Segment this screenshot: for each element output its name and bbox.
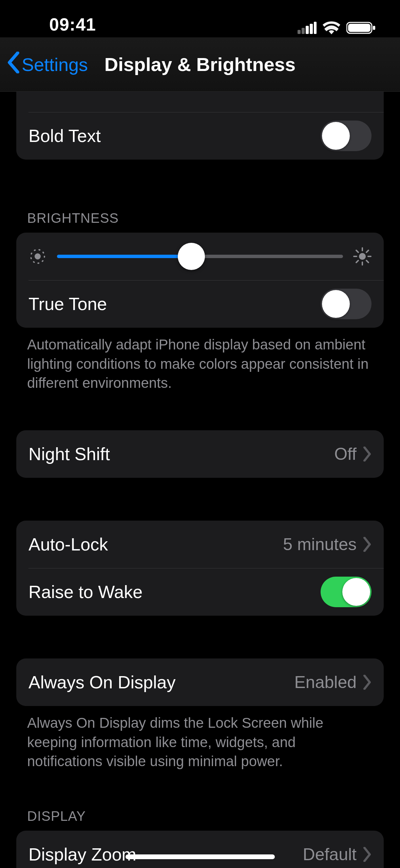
brightness-header: BRIGHTNESS <box>16 211 384 233</box>
auto-lock-row[interactable]: Auto-Lock 5 minutes <box>16 521 384 568</box>
svg-point-10 <box>359 253 366 260</box>
svg-rect-3 <box>310 24 313 34</box>
night-shift-group: Night Shift Off <box>16 430 384 478</box>
true-tone-row[interactable]: True Tone <box>16 280 384 328</box>
text-group: Bold Text <box>16 92 384 160</box>
svg-line-15 <box>356 250 358 252</box>
svg-line-16 <box>366 260 368 263</box>
battery-icon <box>346 21 376 35</box>
chevron-right-icon <box>363 537 372 552</box>
chevron-right-icon <box>363 675 372 690</box>
status-indicators <box>298 21 376 35</box>
always-on-label: Always On Display <box>28 672 294 692</box>
brightness-slider-row[interactable] <box>16 233 384 280</box>
auto-lock-label: Auto-Lock <box>28 534 283 555</box>
always-on-group: Always On Display Enabled <box>16 658 384 706</box>
bold-text-toggle[interactable] <box>321 121 372 151</box>
svg-rect-0 <box>298 30 301 34</box>
status-time: 09:41 <box>49 14 96 35</box>
cellular-icon <box>298 22 317 34</box>
nav-bar: Settings Display & Brightness <box>0 37 400 92</box>
hidden-row[interactable] <box>16 92 384 112</box>
status-bar: 09:41 <box>0 0 400 37</box>
svg-rect-6 <box>348 24 370 32</box>
night-shift-value: Off <box>334 444 357 464</box>
chevron-right-icon <box>363 447 372 462</box>
brightness-group: True Tone <box>16 233 384 328</box>
chevron-right-icon <box>363 847 372 862</box>
display-zoom-row[interactable]: Display Zoom Default <box>16 831 384 868</box>
svg-rect-2 <box>306 26 309 34</box>
auto-lock-value: 5 minutes <box>283 535 357 554</box>
always-on-footer: Always On Display dims the Lock Screen w… <box>16 706 384 771</box>
night-shift-label: Night Shift <box>28 444 334 464</box>
display-zoom-value: Default <box>303 845 357 864</box>
display-header: DISPLAY <box>16 809 384 831</box>
raise-to-wake-row[interactable]: Raise to Wake <box>16 568 384 616</box>
chevron-left-icon <box>7 52 20 77</box>
night-shift-row[interactable]: Night Shift Off <box>16 430 384 478</box>
display-group: Display Zoom Default <box>16 831 384 868</box>
svg-rect-7 <box>373 26 375 30</box>
true-tone-footer: Automatically adapt iPhone display based… <box>16 328 384 393</box>
back-label: Settings <box>22 54 88 75</box>
back-button[interactable]: Settings <box>7 52 88 77</box>
raise-to-wake-toggle[interactable] <box>321 577 372 607</box>
always-on-value: Enabled <box>294 672 357 692</box>
svg-line-17 <box>356 260 358 263</box>
true-tone-label: True Tone <box>28 294 321 314</box>
always-on-row[interactable]: Always On Display Enabled <box>16 658 384 706</box>
brightness-thumb[interactable] <box>178 243 205 270</box>
svg-rect-1 <box>302 28 305 34</box>
bold-text-row[interactable]: Bold Text <box>16 112 384 160</box>
bold-text-label: Bold Text <box>28 126 321 146</box>
svg-line-18 <box>366 250 368 252</box>
sun-min-icon <box>28 247 47 266</box>
wifi-icon <box>323 21 340 34</box>
home-indicator[interactable] <box>126 854 275 859</box>
sun-max-icon <box>353 247 372 266</box>
brightness-slider[interactable] <box>57 255 343 258</box>
raise-to-wake-label: Raise to Wake <box>28 582 321 602</box>
true-tone-toggle[interactable] <box>321 289 372 319</box>
svg-point-8 <box>35 253 41 259</box>
svg-rect-4 <box>314 22 317 34</box>
brightness-fill <box>57 255 191 258</box>
lock-group: Auto-Lock 5 minutes Raise to Wake <box>16 521 384 616</box>
